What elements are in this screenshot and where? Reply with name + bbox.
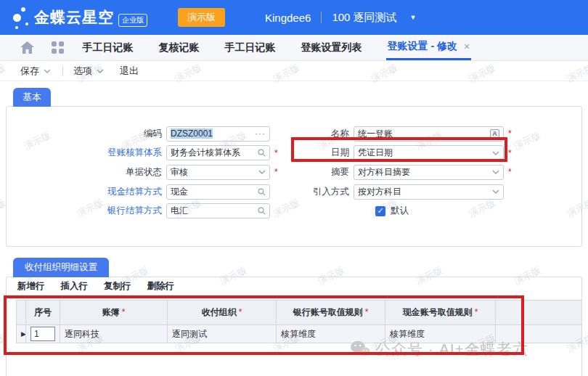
bank-settlement-value: 电汇 <box>171 205 258 217</box>
field-doc-status: 单据状态 审核 * <box>7 163 286 182</box>
search-icon[interactable] <box>258 149 266 157</box>
required-marker: * <box>508 167 514 177</box>
options-button[interactable]: 选项 <box>73 65 104 78</box>
name-value: 统一登账 <box>358 128 490 140</box>
cell-org[interactable]: 逐同测试 <box>168 325 277 343</box>
field-default: ✓ 默认 <box>284 201 538 221</box>
chevron-down-icon[interactable] <box>492 151 499 155</box>
code-value: DZSZ0001 <box>171 128 213 139</box>
org-detail-grid: 序号 账簿* 收付组织* 银行账号取值规则* 现金账号取值规则* ▶ 1 逐同科… <box>16 300 582 343</box>
field-cash-settlement: 现金结算方式 现金 <box>7 182 286 202</box>
required-marker: * <box>365 307 369 317</box>
home-icon[interactable] <box>20 41 34 54</box>
copy-row-button[interactable]: 复制行 <box>104 280 131 293</box>
col-seq[interactable]: 序号 <box>26 301 60 325</box>
tab-manual-journal-1[interactable]: 手工日记账 <box>81 35 135 60</box>
bank-settlement-label-link[interactable]: 银行结算方式 <box>7 205 166 217</box>
apps-grid-icon[interactable] <box>52 41 64 54</box>
col-bank-rule[interactable]: 银行账号取值规则* <box>277 301 385 325</box>
field-name: 名称 统一登账 A * <box>284 124 538 144</box>
close-tab-icon[interactable]: × <box>464 41 470 52</box>
name-label: 名称 <box>284 128 354 140</box>
doc-status-label: 单据状态 <box>7 166 166 179</box>
accounting-system-value: 财务会计核算体系 <box>171 147 258 159</box>
delete-row-button[interactable]: 删除行 <box>147 280 175 293</box>
default-checkbox[interactable]: ✓ <box>375 206 385 216</box>
grid-row-actions: 新增行 插入行 复制行 删除行 <box>17 280 174 293</box>
accounting-system-label-link[interactable]: 登账核算体系 <box>7 147 166 159</box>
doc-status-select[interactable]: 审核 <box>166 165 270 180</box>
cash-settlement-input[interactable]: 现金 <box>166 184 270 200</box>
code-label: 编码 <box>7 128 166 140</box>
tab-manual-journal-2[interactable]: 手工日记账 <box>224 35 277 60</box>
date-value: 凭证日期 <box>358 147 492 159</box>
account-switcher[interactable]: Kingdee6 100 逐同测试 ▼ <box>265 11 417 25</box>
chevron-down-icon[interactable] <box>97 69 104 73</box>
tab-org-detail-settings[interactable]: 收付组织明细设置 <box>13 258 109 277</box>
insert-row-button[interactable]: 插入行 <box>61 280 89 293</box>
cell-cash-rule[interactable]: 核算维度 <box>385 325 496 343</box>
chevron-down-icon[interactable] <box>492 189 499 194</box>
accounting-system-input[interactable]: 财务会计核算体系 <box>166 145 270 160</box>
save-button[interactable]: 保存 <box>20 65 51 78</box>
required-marker: * <box>508 148 514 158</box>
account-org: 100 逐同测试 <box>332 11 396 25</box>
date-label: 日期 <box>284 147 354 159</box>
table-row[interactable]: ▶ 1 逐同科技 逐同测试 核算维度 核算维度 <box>17 325 582 343</box>
col-org[interactable]: 收付组织* <box>168 301 277 325</box>
tab-posting-settings-edit[interactable]: 登账设置 - 修改 × <box>386 35 472 60</box>
tab-posting-settings-list[interactable]: 登账设置列表 <box>300 35 364 60</box>
name-input[interactable]: 统一登账 A <box>354 126 504 142</box>
field-bank-settlement: 银行结算方式 电汇 <box>7 201 286 221</box>
import-mode-value: 按对方科目 <box>358 186 492 198</box>
seq-cell-editor[interactable]: 1 <box>30 327 55 341</box>
search-icon[interactable] <box>258 207 266 215</box>
field-summary: 摘要 对方科目摘要 * <box>284 163 538 182</box>
required-marker: * <box>274 148 280 158</box>
summary-select[interactable]: 对方科目摘要 <box>354 165 504 180</box>
tab-basic-section[interactable]: 基本 <box>13 88 51 107</box>
toolbar-divider <box>62 66 63 76</box>
required-marker: * <box>274 167 280 177</box>
code-input[interactable]: DZSZ0001 ··· <box>166 126 270 142</box>
cell-seq[interactable]: 1 <box>26 325 60 343</box>
header-divider <box>321 12 322 23</box>
col-cash-rule[interactable]: 现金账号取值规则* <box>385 301 496 325</box>
date-select[interactable]: 凭证日期 <box>354 145 504 160</box>
required-marker: * <box>508 128 514 139</box>
document-tabbar: 手工日记账 复核记账 手工日记账 登账设置列表 登账设置 - 修改 × <box>0 35 588 61</box>
kingdee-logo-icon <box>7 3 32 32</box>
ellipsis-lookup-icon[interactable]: ··· <box>255 131 266 136</box>
col-book[interactable]: 账簿* <box>60 301 168 325</box>
chevron-down-icon[interactable] <box>258 170 266 174</box>
grid-header-row: 序号 账簿* 收付组织* 银行账号取值规则* 现金账号取值规则* <box>17 301 582 325</box>
bank-settlement-input[interactable]: 电汇 <box>166 203 270 218</box>
row-indicator-header <box>17 301 26 325</box>
open-tabs: 手工日记账 复核记账 手工日记账 登账设置列表 登账设置 - 修改 × <box>81 35 472 60</box>
cell-empty <box>496 325 582 343</box>
search-icon[interactable] <box>258 188 266 196</box>
field-import-mode: 引入方式 按对方科目 <box>284 182 538 202</box>
cell-bank-rule[interactable]: 核算维度 <box>277 325 385 343</box>
cell-book[interactable]: 逐同科技 <box>60 325 168 343</box>
multilang-a-icon[interactable]: A <box>490 129 499 139</box>
field-code: 编码 DZSZ0001 ··· <box>7 124 286 144</box>
add-row-button[interactable]: 新增行 <box>17 280 45 293</box>
cash-settlement-label-link[interactable]: 现金结算方式 <box>7 186 166 198</box>
tab-review-posting[interactable]: 复核记账 <box>158 35 201 60</box>
chevron-down-icon[interactable] <box>44 69 51 73</box>
chevron-down-icon[interactable] <box>492 170 499 174</box>
import-mode-label: 引入方式 <box>284 186 354 198</box>
required-marker: * <box>122 307 126 317</box>
required-marker: * <box>239 307 242 317</box>
exit-button[interactable]: 退出 <box>120 65 139 78</box>
chevron-down-icon[interactable]: ▼ <box>410 14 417 21</box>
edition-badge: 企业版 <box>118 14 147 27</box>
import-mode-select[interactable]: 按对方科目 <box>354 184 504 200</box>
current-row-arrow-icon: ▶ <box>17 325 26 343</box>
action-toolbar: 保存 选项 退出 <box>0 61 588 81</box>
default-checkbox-label: 默认 <box>391 205 409 217</box>
demo-version-badge: 演示版 <box>178 8 225 27</box>
field-accounting-system: 登账核算体系 财务会计核算体系 * <box>7 144 286 163</box>
cash-settlement-value: 现金 <box>171 186 258 198</box>
